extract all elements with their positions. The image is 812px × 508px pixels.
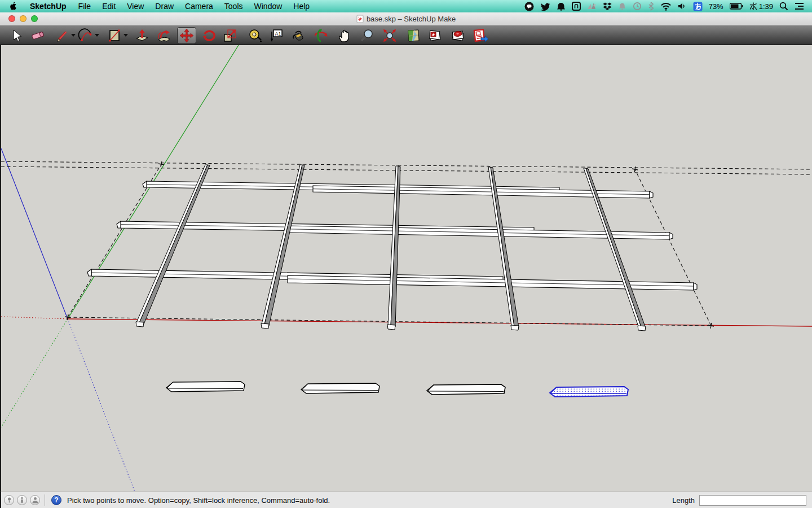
tool-line[interactable] <box>54 27 70 44</box>
bluetooth-icon[interactable] <box>648 2 654 11</box>
tool-rotate[interactable] <box>201 27 218 44</box>
volume-icon[interactable] <box>678 2 687 10</box>
tool-send-to-layout[interactable] <box>473 27 489 44</box>
window-title: base.skp – SketchUp Make <box>367 15 456 23</box>
toolbar: A1 <box>0 25 812 45</box>
window-title-area: base.skp – SketchUp Make <box>0 15 812 23</box>
modeling-viewport[interactable] <box>0 45 812 492</box>
tool-get-models[interactable] <box>426 27 443 44</box>
statusbar-divider <box>45 494 45 506</box>
blue-axis <box>1 148 68 319</box>
loose-boards[interactable] <box>166 382 628 397</box>
credits-icon <box>19 497 25 503</box>
origami-crane-icon[interactable] <box>587 2 597 10</box>
geolocation-button[interactable] <box>4 495 14 505</box>
app-menu[interactable]: SketchUp <box>24 0 73 12</box>
green-axis-dotted <box>1 319 68 427</box>
tool-push-pull[interactable] <box>134 27 151 44</box>
user-icon <box>32 497 39 503</box>
sign-in-button[interactable] <box>30 495 40 505</box>
tool-select[interactable] <box>7 27 24 44</box>
title-bar[interactable]: base.skp – SketchUp Make <box>0 12 812 25</box>
line-tool-dropdown[interactable] <box>70 27 76 44</box>
apple-menu[interactable] <box>0 0 24 12</box>
loose-board-1[interactable] <box>166 382 245 392</box>
rectangle-tool-dropdown[interactable] <box>123 27 129 44</box>
menu-clock[interactable]: 1:39 <box>749 2 773 11</box>
menu-bar: SketchUp File Edit View Draw Camera Tool… <box>0 0 812 12</box>
status-bar: ? Pick two points to move. Option=copy, … <box>0 492 812 508</box>
loose-board-4-selected[interactable] <box>550 387 628 397</box>
tool-eraser[interactable] <box>29 27 46 44</box>
spotlight-icon[interactable] <box>779 2 788 11</box>
wifi-icon[interactable] <box>660 2 672 11</box>
help-button[interactable]: ? <box>51 495 61 505</box>
measurement-label: Length <box>672 496 695 505</box>
status-message: Pick two points to move. Option=copy, Sh… <box>67 496 330 505</box>
bell-app-icon[interactable] <box>557 2 566 11</box>
battery-percent: 73% <box>709 2 723 11</box>
tool-zoom[interactable] <box>359 27 376 44</box>
blue-axis-dotted <box>68 319 135 492</box>
menu-draw[interactable]: Draw <box>149 0 179 12</box>
bbox-back-bottom-edge <box>1 167 812 174</box>
notification-center-icon[interactable] <box>795 2 804 10</box>
kanji-wednesday-glyph <box>749 2 757 11</box>
sketchup-file-icon <box>356 15 364 23</box>
geolocation-icon <box>6 497 12 503</box>
menu-view[interactable]: View <box>121 0 149 12</box>
loose-board-2[interactable] <box>301 383 379 393</box>
menu-file[interactable]: File <box>73 0 97 12</box>
credits-button[interactable] <box>17 495 27 505</box>
tool-tape-measure[interactable] <box>247 27 264 44</box>
red-axis <box>68 319 812 326</box>
line-app-icon[interactable] <box>524 2 534 11</box>
tool-paint-bucket[interactable] <box>290 27 307 44</box>
tool-scale[interactable] <box>222 27 239 44</box>
arc-tool-dropdown[interactable] <box>94 27 100 44</box>
menu-tools[interactable]: Tools <box>219 0 249 12</box>
tool-text[interactable]: A1 <box>268 27 285 44</box>
menu-edit[interactable]: Edit <box>96 0 121 12</box>
menu-help[interactable]: Help <box>288 0 315 12</box>
red-axis-dotted <box>1 317 68 319</box>
tool-rectangle[interactable] <box>106 27 123 44</box>
tool-share-model[interactable] <box>449 27 466 44</box>
battery-icon[interactable] <box>730 3 743 10</box>
bbox-back-top-edge <box>1 161 812 169</box>
clock-time: 1:39 <box>759 2 773 11</box>
menu-window[interactable]: Window <box>249 0 288 12</box>
time-machine-icon[interactable] <box>633 2 642 11</box>
svg-text:A1: A1 <box>275 30 281 36</box>
tool-pan[interactable] <box>336 27 353 44</box>
twitter-icon[interactable] <box>540 2 550 11</box>
drawing-axes <box>1 45 812 492</box>
menu-camera[interactable]: Camera <box>179 0 219 12</box>
tool-add-location[interactable] <box>405 27 422 44</box>
n-app-icon[interactable] <box>572 2 581 11</box>
loose-board-3[interactable] <box>427 384 505 395</box>
viewport-canvas[interactable] <box>1 45 812 492</box>
joist-1[interactable] <box>136 165 210 327</box>
tool-follow-me[interactable] <box>156 27 173 44</box>
tool-arc[interactable] <box>77 27 94 44</box>
measurement-input[interactable] <box>699 495 806 506</box>
tool-zoom-extents[interactable] <box>381 27 398 44</box>
tool-orbit[interactable] <box>312 27 329 44</box>
apple-icon <box>9 2 17 11</box>
tool-move[interactable] <box>177 27 196 44</box>
ime-japanese-icon[interactable] <box>693 2 703 11</box>
notification-bell-icon[interactable] <box>618 2 626 11</box>
dropbox-icon[interactable] <box>603 2 612 11</box>
